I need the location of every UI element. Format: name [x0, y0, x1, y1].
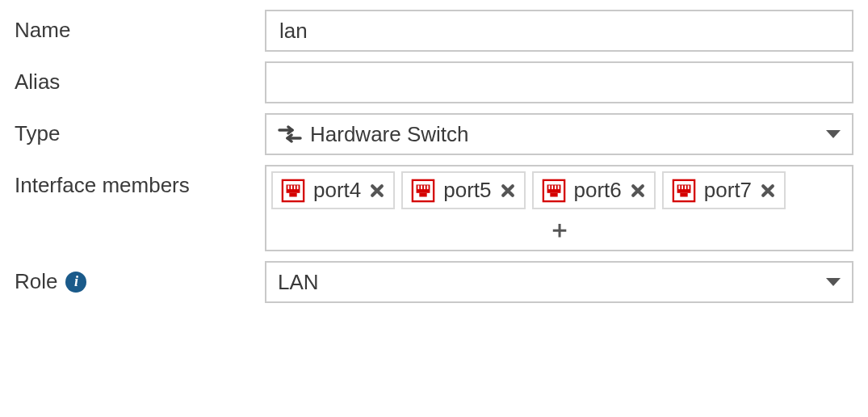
label-role: Role i [15, 261, 265, 294]
member-tag[interactable]: port7 [662, 171, 786, 209]
row-name: Name [15, 10, 853, 52]
member-label: port6 [574, 178, 622, 203]
add-member-button[interactable]: ＋ [547, 217, 572, 242]
row-alias: Alias [15, 61, 853, 103]
info-icon[interactable]: i [65, 272, 86, 293]
chevron-down-icon [826, 130, 841, 138]
remove-member-button[interactable] [630, 183, 646, 199]
member-label: port7 [704, 178, 752, 203]
row-role: Role i LAN [15, 261, 853, 303]
ethernet-port-icon [281, 179, 305, 203]
member-label: port5 [443, 178, 491, 203]
label-name: Name [15, 10, 265, 43]
label-role-text: Role [15, 269, 57, 294]
label-type-text: Type [15, 121, 60, 146]
label-members-text: Interface members [15, 173, 190, 198]
remove-member-button[interactable] [760, 183, 776, 199]
hardware-switch-icon [278, 125, 302, 143]
name-input[interactable] [265, 10, 853, 52]
member-label: port4 [313, 178, 361, 203]
alias-input[interactable] [265, 61, 853, 103]
label-alias-text: Alias [15, 70, 60, 95]
row-type: Type Hardware Switch [15, 113, 853, 155]
chevron-down-icon [826, 278, 841, 286]
member-tag[interactable]: port4 [271, 171, 395, 209]
remove-member-button[interactable] [369, 183, 385, 199]
member-tag[interactable]: port6 [532, 171, 656, 209]
row-members: Interface members port4port5port6port7 ＋ [15, 165, 853, 251]
role-select[interactable]: LAN [265, 261, 853, 303]
type-select[interactable]: Hardware Switch [265, 113, 853, 155]
label-alias: Alias [15, 61, 265, 95]
label-type: Type [15, 113, 265, 146]
ethernet-port-icon [411, 179, 435, 203]
label-name-text: Name [15, 18, 70, 43]
ethernet-port-icon [672, 179, 696, 203]
remove-member-button[interactable] [500, 183, 516, 199]
label-members: Interface members [15, 165, 265, 198]
type-value: Hardware Switch [310, 122, 469, 147]
members-box[interactable]: port4port5port6port7 ＋ [265, 165, 853, 251]
role-value: LAN [278, 270, 319, 295]
ethernet-port-icon [542, 179, 566, 203]
member-tag[interactable]: port5 [401, 171, 525, 209]
